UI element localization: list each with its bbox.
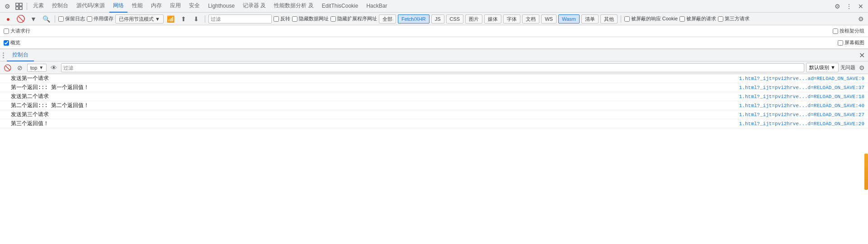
console-log-row: 第三个返回值！1.html?_ijt=pvi2hrve...d=RELOAD_O… xyxy=(0,119,868,128)
search-network-icon[interactable]: 🔍 xyxy=(41,14,52,24)
no-issues-text: 无问题 xyxy=(840,64,855,71)
hide-ext-urls-checkbox[interactable] xyxy=(330,16,336,22)
group-by-frame-label[interactable]: 按框架分组 xyxy=(833,28,864,34)
fetch-xhr-filter-btn[interactable]: Fetch/XHR xyxy=(398,14,429,23)
nav-source[interactable]: 源代码/来源 xyxy=(73,0,108,13)
img-filter-btn[interactable]: 图片 xyxy=(465,14,482,23)
console-log-row: 发送第二个请求1.html?_ijt=pvi2hrve...d=RELOAD_O… xyxy=(0,92,868,101)
filter-network-icon[interactable]: ▼ xyxy=(28,14,39,24)
more-options-icon[interactable]: ⋮ xyxy=(844,1,854,12)
large-request-rows-checkbox[interactable] xyxy=(4,28,9,34)
download-icon[interactable]: ⬇ xyxy=(191,14,202,24)
preserve-log-label[interactable]: 保留日志 xyxy=(58,15,85,22)
screenshot-option: 屏幕截图 xyxy=(838,39,864,46)
nav-security[interactable]: 安全 xyxy=(185,0,203,13)
font-filter-btn[interactable]: 字体 xyxy=(503,14,520,23)
console-log-link[interactable]: 1.html?_ijt=pvi2hrve...d=RELOAD_ON_SAVE:… xyxy=(739,112,868,117)
screenshot-checkbox[interactable] xyxy=(838,40,843,46)
ws-filter-btn[interactable]: WS xyxy=(541,14,557,23)
disable-cache-label[interactable]: 停用缓存 xyxy=(87,15,113,22)
throttle-selector[interactable]: 已停用节流模式 ▼ xyxy=(115,14,164,23)
group-by-frame-checkbox[interactable] xyxy=(833,28,838,34)
media-filter-btn[interactable]: 媒体 xyxy=(484,14,501,23)
console-log-link[interactable]: 1.html?_ijt=pvi2hrve...ad=RELOAD_ON_SAVE… xyxy=(739,76,868,81)
nav-network[interactable]: 网络 xyxy=(109,0,127,13)
nav-perf-insights[interactable]: 性能数据分析 及 xyxy=(270,0,317,13)
doc-filter-btn[interactable]: 文档 xyxy=(522,14,539,23)
level-selector[interactable]: 默认级别 ▼ xyxy=(806,63,839,72)
nav-editthiscookie[interactable]: EditThisCookie xyxy=(318,0,362,13)
wasm-filter-btn[interactable]: Wasm xyxy=(558,14,580,23)
hide-data-urls-label[interactable]: 隐藏数据网址 xyxy=(292,15,329,22)
preserve-log-checkbox[interactable] xyxy=(58,16,64,22)
nav-hackbar[interactable]: HackBar xyxy=(363,0,391,13)
blocked-cookies-checkbox[interactable] xyxy=(624,16,630,22)
console-log-link[interactable]: 1.html?_ijt=pvi2hrve...d=RELOAD_ON_SAVE:… xyxy=(739,94,868,99)
console-filter-icon[interactable]: ⊘ xyxy=(14,62,25,73)
third-party-label[interactable]: 第三方请求 xyxy=(718,15,750,22)
overview-label[interactable]: 概览 xyxy=(4,39,20,46)
other-filter-btn[interactable]: 其他 xyxy=(600,14,618,23)
blocked-requests-label[interactable]: 被屏蔽的请求 xyxy=(679,15,716,22)
network-settings-icon[interactable]: ⚙ xyxy=(856,14,865,23)
upload-icon[interactable]: ⬆ xyxy=(178,14,189,24)
clear-filter-btn[interactable]: 清单 xyxy=(581,14,599,23)
hide-ext-urls-label[interactable]: 隐藏扩展程序网址 xyxy=(330,15,377,22)
toolbar-end: ⚙ ⋮ ✕ xyxy=(832,1,866,12)
console-filter-input[interactable] xyxy=(61,63,804,72)
close-devtools-icon[interactable]: ✕ xyxy=(855,1,866,12)
inspect-icon[interactable] xyxy=(14,1,24,12)
console-settings-icon[interactable]: ⚙ xyxy=(857,63,866,72)
options-right: 按框架分组 xyxy=(833,28,864,34)
invert-checkbox[interactable] xyxy=(274,16,279,22)
console-log-row: 发送第一个请求1.html?_ijt=pvi2hrve...ad=RELOAD_… xyxy=(0,74,868,83)
css-filter-btn[interactable]: CSS xyxy=(446,14,464,23)
nav-lighthouse[interactable]: Lighthouse xyxy=(204,0,238,13)
console-tab[interactable]: 控制台 xyxy=(7,49,34,61)
disable-cache-checkbox[interactable] xyxy=(87,16,92,22)
svg-rect-3 xyxy=(19,7,22,9)
record-icon[interactable]: ● xyxy=(3,14,14,24)
devtools-icon[interactable]: ⚙ xyxy=(2,1,13,12)
clear-console-icon[interactable]: 🚫 xyxy=(2,62,13,73)
overview-checkbox[interactable] xyxy=(4,40,9,46)
wifi-icon[interactable]: 📶 xyxy=(165,14,176,24)
console-log-text: 发送第二个请求 xyxy=(11,93,739,100)
clear-network-icon[interactable]: 🚫 xyxy=(15,14,26,24)
large-request-rows-label[interactable]: 大请求行 xyxy=(4,28,30,34)
blocked-cookies-label[interactable]: 被屏蔽的响应 Cookie xyxy=(624,15,678,22)
nav-console[interactable]: 控制台 xyxy=(48,0,72,13)
nav-memory[interactable]: 内存 xyxy=(147,0,165,13)
nav-recorder[interactable]: 记录器 及 xyxy=(239,0,269,13)
console-log-link[interactable]: 1.html?_ijt=pvi2hrve...d=RELOAD_ON_SAVE:… xyxy=(739,121,868,127)
context-selector[interactable]: top ▼ xyxy=(27,64,47,72)
divider-4 xyxy=(621,15,621,23)
blocked-requests-checkbox[interactable] xyxy=(679,16,685,22)
nav-elements[interactable]: 元素 xyxy=(29,0,47,13)
hide-data-urls-checkbox[interactable] xyxy=(292,16,297,22)
divider-1 xyxy=(27,3,27,10)
js-filter-btn[interactable]: JS xyxy=(431,14,444,23)
console-log-text: 第二个返回::: 第二个返回值！ xyxy=(11,102,739,109)
settings-icon[interactable]: ⚙ xyxy=(832,1,843,12)
close-console-btn[interactable]: ✕ xyxy=(857,51,866,60)
console-log-text: 第三个返回值！ xyxy=(11,120,739,127)
console-log-link[interactable]: 1.html?_ijt=pvi2hrve...d=RELOAD_ON_SAVE:… xyxy=(739,85,868,90)
console-log-text: 发送第一个请求 xyxy=(11,75,739,82)
nav-performance[interactable]: 性能 xyxy=(128,0,146,13)
divider-3 xyxy=(205,15,205,23)
all-filter-btn[interactable]: 全部 xyxy=(379,14,396,23)
options-toolbar: 大请求行 按框架分组 xyxy=(0,25,868,37)
third-party-checkbox[interactable] xyxy=(718,16,723,22)
console-log-link[interactable]: 1.html?_ijt=pvi2hrve...d=RELOAD_ON_SAVE:… xyxy=(739,103,868,108)
screenshot-label[interactable]: 屏幕截图 xyxy=(838,39,864,46)
console-log-text: 第一个返回::: 第一个返回值！ xyxy=(11,84,739,91)
svg-rect-1 xyxy=(19,3,22,6)
scroll-indicator[interactable] xyxy=(864,154,868,190)
overview-toolbar: 概览 屏幕截图 xyxy=(0,37,868,49)
filter-input[interactable] xyxy=(208,14,272,23)
nav-application[interactable]: 应用 xyxy=(166,0,184,13)
drag-handle[interactable] xyxy=(2,51,5,60)
eye-icon[interactable]: 👁 xyxy=(48,62,59,73)
invert-label[interactable]: 反转 xyxy=(274,15,290,22)
